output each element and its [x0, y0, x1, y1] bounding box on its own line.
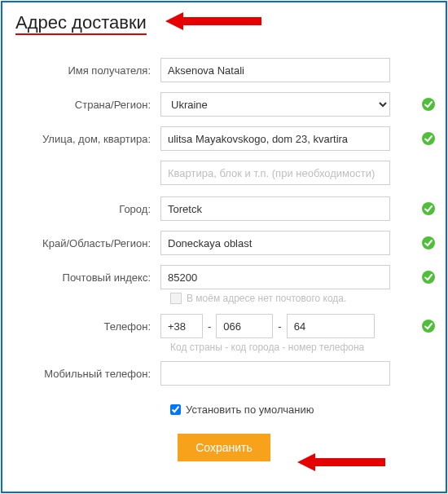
- callout-arrow-save: [297, 450, 387, 477]
- default-checkbox-label: Установить по умолчанию: [186, 404, 314, 416]
- phone-label: Телефон:: [14, 320, 160, 333]
- svg-point-1: [422, 98, 435, 111]
- phone-city-input[interactable]: [216, 314, 273, 338]
- street-input[interactable]: [160, 126, 390, 151]
- check-icon: [421, 97, 436, 112]
- mobile-label: Мобильный телефон:: [14, 368, 160, 380]
- check-icon: [421, 201, 436, 216]
- mobile-input[interactable]: [160, 361, 390, 386]
- city-label: Город:: [14, 203, 160, 215]
- page-title-text: Адрес доставки: [15, 12, 147, 35]
- check-icon: [421, 236, 436, 250]
- save-button[interactable]: Сохранить: [178, 434, 270, 461]
- svg-point-5: [422, 271, 435, 284]
- country-select[interactable]: Ukraine: [160, 92, 390, 117]
- recipient-label: Имя получателя:: [14, 64, 160, 77]
- check-icon: [421, 319, 436, 333]
- apartment-input[interactable]: [160, 161, 390, 185]
- no-zip-checkbox: [170, 293, 182, 304]
- svg-point-4: [422, 236, 435, 249]
- region-label: Край/Область/Регион:: [14, 237, 160, 249]
- phone-country-input[interactable]: [160, 314, 203, 338]
- svg-point-6: [422, 320, 435, 333]
- callout-arrow-title: [165, 9, 263, 36]
- recipient-input[interactable]: [160, 58, 390, 82]
- phone-hint: Код страны - код города - номер телефона: [170, 342, 434, 353]
- svg-marker-0: [165, 12, 261, 30]
- city-input[interactable]: [160, 196, 390, 221]
- check-icon: [421, 270, 436, 284]
- no-zip-label: В моём адресе нет почтового кода.: [187, 293, 346, 304]
- default-checkbox[interactable]: [170, 404, 181, 415]
- svg-marker-7: [297, 453, 385, 471]
- country-label: Страна/Регион:: [14, 99, 160, 111]
- region-input[interactable]: [160, 231, 390, 255]
- zip-input[interactable]: [160, 265, 390, 289]
- svg-point-3: [422, 202, 435, 215]
- svg-point-2: [422, 132, 435, 145]
- phone-number-input[interactable]: [287, 314, 375, 338]
- zip-label: Почтовый индекс:: [14, 271, 160, 284]
- street-label: Улица, дом, квартира:: [14, 133, 160, 145]
- check-icon: [421, 131, 436, 146]
- no-zip-row: В моём адресе нет почтового кода.: [170, 293, 434, 304]
